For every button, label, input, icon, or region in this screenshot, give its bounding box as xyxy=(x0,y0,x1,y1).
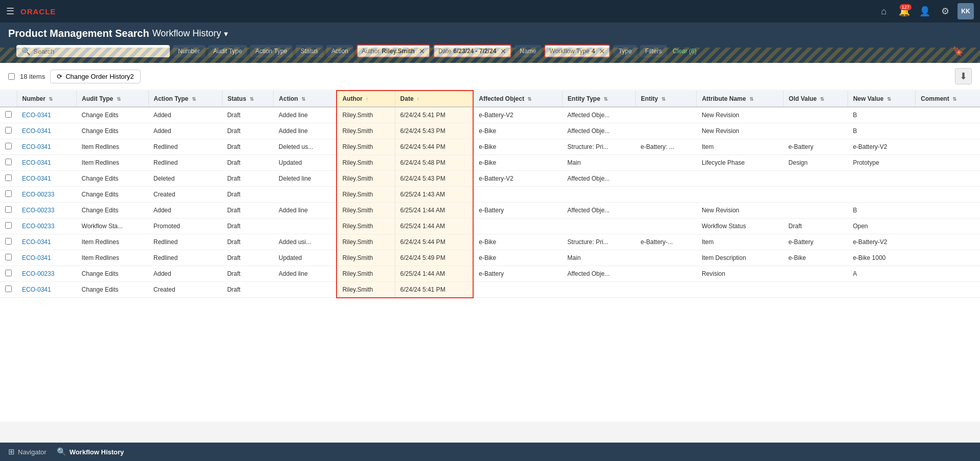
table-row: ECO-00233 Workflow Sta... Promoted Draft… xyxy=(0,218,980,234)
row-attribute-name: Item xyxy=(697,139,784,155)
col-header-comment[interactable]: Comment ⇅ xyxy=(916,91,980,107)
row-checkbox[interactable] xyxy=(5,174,12,181)
col-header-old-value[interactable]: Old Value ⇅ xyxy=(784,91,848,107)
row-checkbox[interactable] xyxy=(5,143,12,149)
row-checkbox[interactable] xyxy=(5,222,12,229)
row-attribute-name: New Revision xyxy=(697,203,784,218)
row-checkbox[interactable] xyxy=(5,286,12,292)
row-new-value: e-Battery-V2 xyxy=(848,139,915,155)
row-action xyxy=(274,218,337,234)
col-header-action[interactable]: Action ⇅ xyxy=(274,91,337,107)
table-row: ECO-0341 Change Edits Deleted Draft Dele… xyxy=(0,171,980,187)
row-old-value xyxy=(784,187,848,203)
row-checkbox[interactable] xyxy=(5,190,12,197)
hamburger-icon[interactable]: ☰ xyxy=(6,6,14,17)
row-author: Riley.Smith xyxy=(337,155,395,171)
col-header-entity-type[interactable]: Entity Type ⇅ xyxy=(562,91,635,107)
row-old-value xyxy=(784,203,848,218)
row-checkbox-cell xyxy=(0,139,17,155)
row-checkbox-cell xyxy=(0,203,17,218)
row-number[interactable]: ECO-00233 xyxy=(17,187,77,203)
row-audit-type: Workflow Sta... xyxy=(77,218,148,234)
row-number[interactable]: ECO-00233 xyxy=(17,218,77,234)
row-author: Riley.Smith xyxy=(337,123,395,139)
row-number[interactable]: ECO-0341 xyxy=(17,234,77,250)
col-header-audit-type[interactable]: Audit Type ⇅ xyxy=(77,91,148,107)
row-new-value: B xyxy=(848,203,915,218)
row-number[interactable]: ECO-0341 xyxy=(17,282,77,298)
row-affected-object: e-Bike xyxy=(473,250,562,266)
row-checkbox[interactable] xyxy=(5,206,12,213)
row-entity xyxy=(636,107,697,123)
col-header-entity[interactable]: Entity ⇅ xyxy=(636,91,697,107)
row-checkbox-cell xyxy=(0,123,17,139)
row-new-value: B xyxy=(848,123,915,139)
change-order-history-button[interactable]: ⟳ Change Order History2 xyxy=(50,70,141,83)
col-header-number[interactable]: Number ⇅ xyxy=(17,91,77,107)
col-header-new-value[interactable]: New Value ⇅ xyxy=(848,91,915,107)
col-header-date[interactable]: Date ↑ xyxy=(395,91,473,107)
notification-bell[interactable]: 🔔127 xyxy=(896,3,912,19)
row-number[interactable]: ECO-00233 xyxy=(17,266,77,282)
toolbar-left: 18 items ⟳ Change Order History2 xyxy=(8,70,141,83)
row-status: Draft xyxy=(222,155,274,171)
row-entity xyxy=(636,266,697,282)
row-checkbox[interactable] xyxy=(5,254,12,260)
row-status: Draft xyxy=(222,266,274,282)
row-new-value: e-Battery-V2 xyxy=(848,234,915,250)
row-old-value xyxy=(784,171,848,187)
table-row: ECO-0341 Item Redlines Redlined Draft Up… xyxy=(0,155,980,171)
row-number[interactable]: ECO-00233 xyxy=(17,203,77,218)
row-affected-object: e-Battery xyxy=(473,266,562,282)
header-checkbox-cell xyxy=(0,91,17,107)
select-all-checkbox[interactable] xyxy=(8,73,15,80)
row-checkbox[interactable] xyxy=(5,127,12,134)
row-comment xyxy=(916,218,980,234)
row-date: 6/24/24 5:49 PM xyxy=(395,250,473,266)
table-header-row: Number ⇅ Audit Type ⇅ Action Type ⇅ Stat… xyxy=(0,91,980,107)
table-container: Number ⇅ Audit Type ⇅ Action Type ⇅ Stat… xyxy=(0,90,980,422)
col-header-action-type[interactable]: Action Type ⇅ xyxy=(148,91,222,107)
table-row: ECO-0341 Item Redlines Redlined Draft Up… xyxy=(0,250,980,266)
row-number[interactable]: ECO-0341 xyxy=(17,155,77,171)
row-action xyxy=(274,282,337,298)
row-date: 6/24/24 5:44 PM xyxy=(395,139,473,155)
row-old-value xyxy=(784,107,848,123)
row-attribute-name xyxy=(697,171,784,187)
settings-icon[interactable]: ⚙ xyxy=(937,3,953,19)
row-date: 6/25/24 1:44 AM xyxy=(395,218,473,234)
page-title-dropdown-icon[interactable]: ▾ xyxy=(224,30,228,38)
row-number[interactable]: ECO-0341 xyxy=(17,250,77,266)
col-header-attribute-name[interactable]: Attribute Name ⇅ xyxy=(697,91,784,107)
col-header-status[interactable]: Status ⇅ xyxy=(222,91,274,107)
row-number[interactable]: ECO-0341 xyxy=(17,123,77,139)
row-date: 6/25/24 1:43 AM xyxy=(395,187,473,203)
row-checkbox[interactable] xyxy=(5,270,12,276)
row-checkbox-cell xyxy=(0,250,17,266)
col-header-author[interactable]: Author ↑ xyxy=(337,91,395,107)
row-date: 6/24/24 5:48 PM xyxy=(395,155,473,171)
row-checkbox[interactable] xyxy=(5,159,12,165)
row-audit-type: Item Redlines xyxy=(77,234,148,250)
row-number[interactable]: ECO-0341 xyxy=(17,139,77,155)
row-number[interactable]: ECO-0341 xyxy=(17,107,77,123)
row-action: Added line xyxy=(274,107,337,123)
notification-count: 127 xyxy=(900,4,911,10)
row-number[interactable]: ECO-0341 xyxy=(17,171,77,187)
row-date: 6/24/24 5:44 PM xyxy=(395,234,473,250)
row-action: Updated xyxy=(274,155,337,171)
row-action: Updated xyxy=(274,250,337,266)
row-checkbox[interactable] xyxy=(5,111,12,118)
download-button[interactable]: ⬇ xyxy=(955,68,972,84)
home-icon[interactable]: ⌂ xyxy=(876,3,892,19)
user-avatar[interactable]: KK xyxy=(957,3,974,19)
col-header-affected-object[interactable]: Affected Object ⇅ xyxy=(473,91,562,107)
row-attribute-name: Workflow Status xyxy=(697,218,784,234)
table-row: ECO-0341 Item Redlines Redlined Draft De… xyxy=(0,139,980,155)
row-attribute-name: Lifecycle Phase xyxy=(697,155,784,171)
user-icon[interactable]: 👤 xyxy=(917,3,933,19)
row-entity-type: Affected Obje... xyxy=(562,171,635,187)
row-checkbox[interactable] xyxy=(5,238,12,245)
row-action-type: Added xyxy=(148,266,222,282)
row-status: Draft xyxy=(222,187,274,203)
